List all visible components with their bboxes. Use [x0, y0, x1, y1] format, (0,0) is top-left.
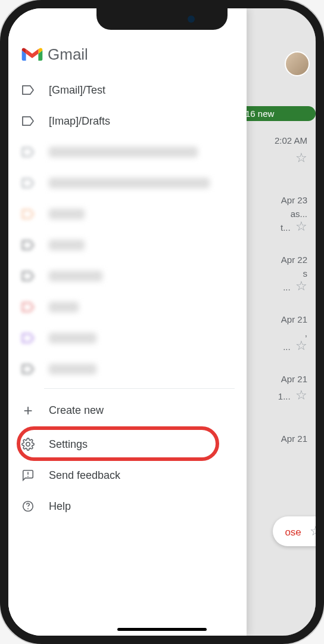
label-icon — [21, 178, 35, 188]
label-icon — [21, 302, 35, 312]
inbox-row[interactable]: 2:02 AM ☆ — [238, 129, 316, 189]
label-text — [49, 209, 85, 219]
compose-label: ose — [285, 527, 301, 538]
star-icon[interactable]: ☆ — [295, 150, 307, 166]
unread-badge: 16 new — [238, 106, 316, 121]
drawer-header: Gmail — [8, 42, 247, 75]
label-icon — [21, 240, 35, 250]
notch — [96, 8, 228, 30]
home-indicator[interactable] — [117, 628, 207, 631]
label-item[interactable] — [8, 230, 247, 261]
send-feedback-item[interactable]: Send feedback — [8, 460, 247, 491]
label-text — [49, 271, 102, 281]
svg-point-1 — [27, 476, 29, 477]
label-item[interactable] — [8, 323, 247, 354]
inbox-row[interactable]: Apr 21 1... ☆ — [238, 368, 316, 428]
settings-item[interactable]: Settings — [8, 429, 247, 460]
inbox-row[interactable]: Apr 21 — [238, 428, 316, 487]
label-icon — [21, 85, 35, 95]
nav-drawer: Gmail [Gmail]/Test[Imap]/Drafts + Create… — [8, 8, 247, 636]
label-text: [Imap]/Drafts — [49, 115, 110, 128]
label-text: [Gmail]/Test — [49, 84, 105, 97]
row-snippet: ,... ☆ — [283, 328, 307, 354]
label-item[interactable] — [8, 354, 247, 385]
inbox-row[interactable]: Apr 21 ,... ☆ — [238, 308, 316, 368]
label-item[interactable] — [8, 261, 247, 292]
inbox-background: 16 new 2:02 AM ☆ Apr 23 as... t... ☆ Apr… — [238, 8, 316, 636]
feedback-text: Send feedback — [49, 469, 120, 482]
label-text — [49, 302, 79, 312]
screen: 16 new 2:02 AM ☆ Apr 23 as... t... ☆ Apr… — [8, 8, 316, 636]
help-item[interactable]: Help — [8, 491, 247, 522]
inbox-row[interactable]: Apr 22 s... ☆ — [238, 249, 316, 308]
label-item[interactable] — [8, 292, 247, 323]
gmail-logo-icon — [21, 47, 43, 63]
help-text: Help — [49, 500, 71, 513]
label-text — [49, 333, 96, 343]
label-icon — [21, 116, 35, 126]
create-new-label[interactable]: + Create new — [8, 392, 247, 429]
inbox-row[interactable]: Apr 23 as... t... ☆ — [238, 189, 316, 249]
label-item[interactable] — [8, 199, 247, 230]
plus-icon: + — [21, 401, 35, 420]
row-snippet: s... ☆ — [283, 268, 307, 294]
avatar[interactable] — [285, 51, 310, 76]
create-new-text: Create new — [49, 404, 104, 417]
label-item[interactable]: [Gmail]/Test — [8, 75, 247, 106]
help-icon — [21, 500, 35, 513]
label-item[interactable]: [Imap]/Drafts — [8, 106, 247, 137]
row-time: 2:02 AM — [275, 135, 307, 145]
label-icon — [21, 147, 35, 157]
gear-icon — [21, 438, 35, 451]
settings-text: Settings — [49, 438, 88, 451]
label-icon — [21, 209, 35, 219]
divider — [44, 388, 235, 389]
label-text — [49, 240, 85, 250]
svg-point-3 — [27, 508, 29, 509]
row-time: Apr 21 — [281, 434, 307, 444]
label-text — [49, 178, 210, 188]
label-item[interactable] — [8, 168, 247, 199]
label-icon — [21, 364, 35, 374]
label-text — [49, 147, 198, 157]
row-time: Apr 23 — [281, 195, 307, 205]
row-time: Apr 22 — [281, 255, 307, 265]
row-snippet: as... t... ☆ — [278, 209, 307, 234]
label-text — [49, 364, 96, 374]
row-time: Apr 21 — [281, 374, 307, 384]
label-icon — [21, 333, 35, 343]
star-icon[interactable]: ☆ — [310, 524, 316, 538]
drawer-title: Gmail — [48, 45, 88, 64]
row-time: Apr 21 — [281, 314, 307, 324]
feedback-icon — [21, 469, 35, 482]
row-snippet: 1... ☆ — [278, 388, 307, 403]
label-item[interactable] — [8, 137, 247, 168]
label-icon — [21, 271, 35, 281]
phone-frame: 16 new 2:02 AM ☆ Apr 23 as... t... ☆ Apr… — [0, 0, 324, 644]
compose-button[interactable]: ose ☆ — [273, 516, 316, 546]
